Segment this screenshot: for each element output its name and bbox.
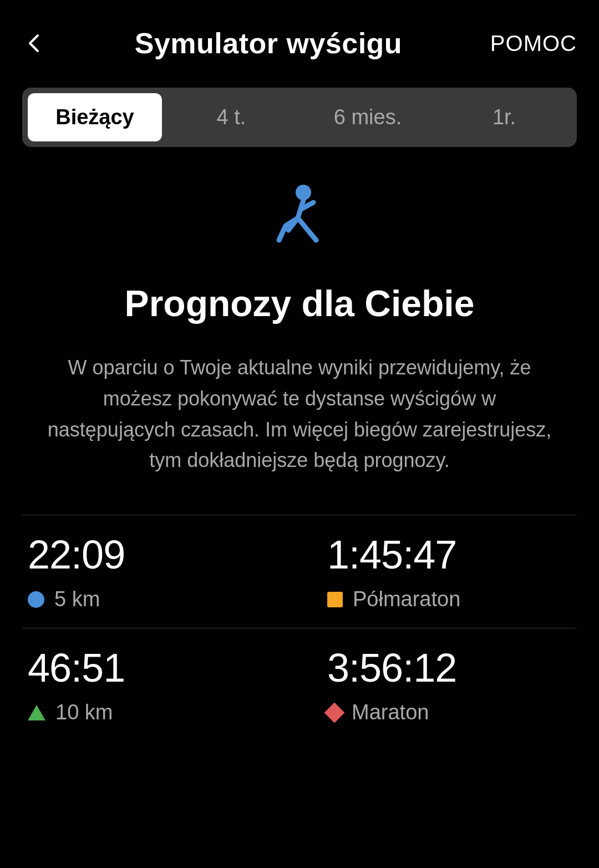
- runner-icon: [263, 180, 336, 255]
- stat-marathon-label-row: Maraton: [327, 701, 560, 724]
- tab-bar-container: Bieżący 4 t. 6 mies. 1r.: [0, 77, 599, 147]
- stat-marathon-time: 3:56:12: [327, 645, 560, 691]
- back-arrow-icon: [22, 31, 47, 55]
- main-content: Prognozy dla Ciebie W oparciu o Twoje ak…: [0, 147, 599, 763]
- stat-halfmarathon-time: 1:45:47: [327, 532, 560, 577]
- tab-bar: Bieżący 4 t. 6 mies. 1r.: [22, 88, 577, 147]
- stat-halfmarathon-label-row: Półmaraton: [327, 587, 560, 611]
- stat-10km-label: 10 km: [55, 701, 113, 724]
- stat-5km-time: 22:09: [28, 532, 283, 577]
- runner-svg-icon: [263, 180, 336, 252]
- tab-6months[interactable]: 6 mies.: [301, 93, 435, 141]
- help-button[interactable]: POMOC: [490, 31, 577, 56]
- stat-halfmarathon: 1:45:47 Półmaraton: [300, 515, 577, 628]
- square-orange-icon: [327, 592, 343, 607]
- stat-10km: 46:51 10 km: [22, 628, 300, 741]
- stat-5km-label: 5 km: [54, 587, 100, 611]
- tab-4weeks[interactable]: 4 t.: [164, 93, 298, 141]
- stat-5km-label-row: 5 km: [28, 587, 283, 611]
- stats-grid: 22:09 5 km 1:45:47 Półmaraton 46:51 10 k…: [22, 515, 577, 741]
- tab-1year[interactable]: 1r.: [437, 93, 571, 141]
- page-title: Symulator wyścigu: [135, 27, 402, 60]
- stat-halfmarathon-label: Półmaraton: [353, 587, 460, 611]
- header: Symulator wyścigu POMOC: [0, 0, 599, 77]
- main-title: Prognozy dla Ciebie: [125, 282, 475, 324]
- description-text: W oparciu o Twoje aktualne wyniki przewi…: [44, 352, 555, 476]
- stat-5km: 22:09 5 km: [22, 515, 300, 628]
- stat-marathon-label: Maraton: [352, 701, 429, 724]
- stat-10km-label-row: 10 km: [28, 701, 283, 724]
- diamond-red-icon: [324, 702, 345, 723]
- stat-marathon: 3:56:12 Maraton: [300, 628, 577, 741]
- triangle-green-icon: [28, 705, 45, 720]
- stat-10km-time: 46:51: [28, 645, 283, 691]
- dot-blue-icon: [28, 591, 44, 608]
- tab-current[interactable]: Bieżący: [28, 93, 162, 141]
- back-button[interactable]: [22, 31, 47, 55]
